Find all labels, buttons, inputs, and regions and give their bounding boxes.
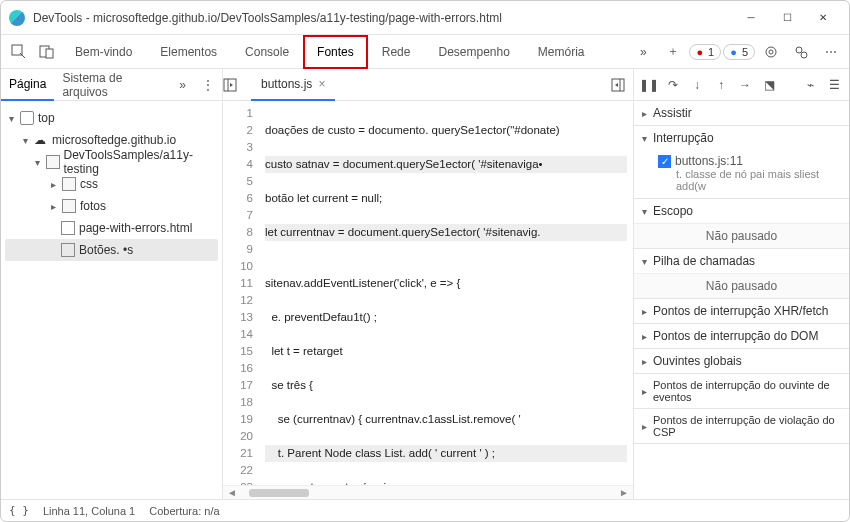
add-tab-icon[interactable]: ＋ xyxy=(659,38,687,66)
cursor-position: Linha 11, Coluna 1 xyxy=(43,505,135,517)
step-out-icon[interactable]: ↑ xyxy=(710,74,732,96)
tree-row-top[interactable]: top xyxy=(5,107,218,129)
info-count-badge[interactable]: 5 xyxy=(723,44,755,60)
tab-elementos[interactable]: Elementos xyxy=(146,35,231,69)
window-icon xyxy=(20,111,34,125)
section-escopo[interactable]: Escopo xyxy=(634,199,849,223)
section-label: Interrupção xyxy=(653,131,714,145)
code-line: sitenav.addEventListener('click', e => { xyxy=(265,277,460,289)
svg-point-3 xyxy=(766,47,776,57)
file-tree: top ☁microsoftedge.github.io DevToolsSam… xyxy=(1,101,222,267)
format-icon[interactable]: { } xyxy=(9,504,29,517)
kebab-icon[interactable]: ⋯ xyxy=(817,38,845,66)
toggle-debugger-icon[interactable] xyxy=(603,78,633,92)
tab-console[interactable]: Console xyxy=(231,35,303,69)
tree-label: css xyxy=(80,177,98,191)
window-title: DevTools - microsoftedge.github.io/DevTo… xyxy=(33,11,733,25)
folder-icon xyxy=(62,199,76,213)
code-editor[interactable]: 12345 678910 1112131415 1617181920 21222… xyxy=(223,101,633,485)
toggle-navigator-icon[interactable] xyxy=(223,78,251,92)
tree-row-fotos[interactable]: fotos xyxy=(5,195,218,217)
svg-point-4 xyxy=(769,50,773,54)
folder-icon xyxy=(62,177,76,191)
pause-icon[interactable]: ❚❚ xyxy=(638,74,660,96)
svg-point-5 xyxy=(796,47,802,53)
section-label: Pontos de interrupção do DOM xyxy=(653,329,818,343)
code-line: se (currentnav) { currentnav.c1assList.r… xyxy=(265,413,521,425)
feedback-icon[interactable] xyxy=(787,38,815,66)
breakpoint-item[interactable]: ✓buttons.js:11 xyxy=(658,154,841,168)
section-assistir[interactable]: Assistir xyxy=(634,101,849,125)
tab-rede[interactable]: Rede xyxy=(368,35,425,69)
section-label: Pontos de interrupção do ouvinte de even… xyxy=(653,379,841,403)
code-line: se três { xyxy=(265,379,313,391)
tree-label: DevToolsSamples/a11y-testing xyxy=(64,148,218,176)
step-icon[interactable]: → xyxy=(734,74,756,96)
tree-label: Botões. •s xyxy=(79,243,133,257)
line-gutter[interactable]: 12345 678910 1112131415 1617181920 21222… xyxy=(223,101,259,485)
scope-empty: Não pausado xyxy=(634,223,849,248)
left-kebab-icon[interactable]: ⋮ xyxy=(194,78,222,92)
stripes-icon[interactable]: ⌁ xyxy=(799,74,821,96)
error-count-badge[interactable]: 1 xyxy=(689,44,721,60)
tab-filesystem[interactable]: Sistema de arquivos xyxy=(54,69,171,101)
tree-row-page[interactable]: page-with-errors.html xyxy=(5,217,218,239)
more-tabs-icon[interactable]: » xyxy=(629,38,657,66)
file-icon xyxy=(61,243,75,257)
checkbox-icon[interactable]: ✓ xyxy=(658,155,671,168)
maximize-button[interactable]: ☐ xyxy=(769,2,805,34)
code-body[interactable]: doações de custo = documento. querySe1ec… xyxy=(259,101,633,485)
section-ouvintes[interactable]: Ouvintes globais xyxy=(634,349,849,373)
device-icon[interactable] xyxy=(33,38,61,66)
devtools-toolbar: Bem-vindo Elementos Console Fontes Rede … xyxy=(1,35,849,69)
close-tab-icon[interactable]: × xyxy=(318,77,325,91)
tree-row-botoes[interactable]: Botões. •s xyxy=(5,239,218,261)
tree-label: page-with-errors.html xyxy=(79,221,192,235)
section-interrupcao[interactable]: Interrupção xyxy=(634,126,849,150)
error-count: 1 xyxy=(708,46,714,58)
section-pilha[interactable]: Pilha de chamadas xyxy=(634,249,849,273)
section-label: Pilha de chamadas xyxy=(653,254,755,268)
section-label: Ouvintes globais xyxy=(653,354,742,368)
section-label: Pontos de interrupção de violação do CSP xyxy=(653,414,841,438)
tab-bem-vindo[interactable]: Bem-vindo xyxy=(61,35,146,69)
section-ouvinte-ev[interactable]: Pontos de interrupção do ouvinte de even… xyxy=(634,374,849,408)
svg-rect-2 xyxy=(46,49,53,58)
main-tabs: Bem-vindo Elementos Console Fontes Rede … xyxy=(61,35,599,69)
tree-row-path[interactable]: DevToolsSamples/a11y-testing xyxy=(5,151,218,173)
code-line: e. preventDefau1t() ; xyxy=(265,311,377,323)
editor-panel: buttons.js × 12345 678910 1112131415 161… xyxy=(223,69,634,499)
horizontal-scrollbar[interactable]: ◄► xyxy=(223,485,633,499)
minimize-button[interactable]: ─ xyxy=(733,2,769,34)
code-line: let t = retarget xyxy=(265,345,343,357)
inspect-icon[interactable] xyxy=(5,38,33,66)
tree-row-css[interactable]: css xyxy=(5,173,218,195)
section-label: Assistir xyxy=(653,106,692,120)
tab-desempenho[interactable]: Desempenho xyxy=(424,35,523,69)
bug-icon[interactable]: ☰ xyxy=(823,74,845,96)
close-button[interactable]: ✕ xyxy=(805,2,841,34)
tab-memoria[interactable]: Memória xyxy=(524,35,599,69)
info-count: 5 xyxy=(742,46,748,58)
cloud-icon: ☁ xyxy=(34,133,48,147)
tab-pagina[interactable]: Página xyxy=(1,69,54,101)
deactivate-bp-icon[interactable]: ⬔ xyxy=(758,74,780,96)
code-line: doações de custo = documento. querySe1ec… xyxy=(265,124,560,136)
step-into-icon[interactable]: ↓ xyxy=(686,74,708,96)
section-csp[interactable]: Pontos de interrupção de violação do CSP xyxy=(634,409,849,443)
step-over-icon[interactable]: ↷ xyxy=(662,74,684,96)
app-icon xyxy=(9,10,25,26)
left-more-icon[interactable]: » xyxy=(171,78,194,92)
section-xhr[interactable]: Pontos de interrupção XHR/fetch xyxy=(634,299,849,323)
status-bar: { } Linha 11, Coluna 1 Cobertura: n/a xyxy=(1,499,849,521)
callstack-empty: Não pausado xyxy=(634,273,849,298)
file-tab-label: buttons.js xyxy=(261,77,312,91)
file-icon xyxy=(61,221,75,235)
navigator-panel: Página Sistema de arquivos » ⋮ top ☁micr… xyxy=(1,69,223,499)
file-tab-buttons[interactable]: buttons.js × xyxy=(251,69,335,101)
tab-fontes[interactable]: Fontes xyxy=(303,35,368,69)
section-dom[interactable]: Pontos de interrupção do DOM xyxy=(634,324,849,348)
settings-icon[interactable] xyxy=(757,38,785,66)
debugger-panel: ❚❚ ↷ ↓ ↑ → ⬔ ⌁ ☰ Assistir Interrupção ✓b… xyxy=(634,69,849,499)
code-line: let currentnav = document.querySe1ector(… xyxy=(265,226,540,238)
